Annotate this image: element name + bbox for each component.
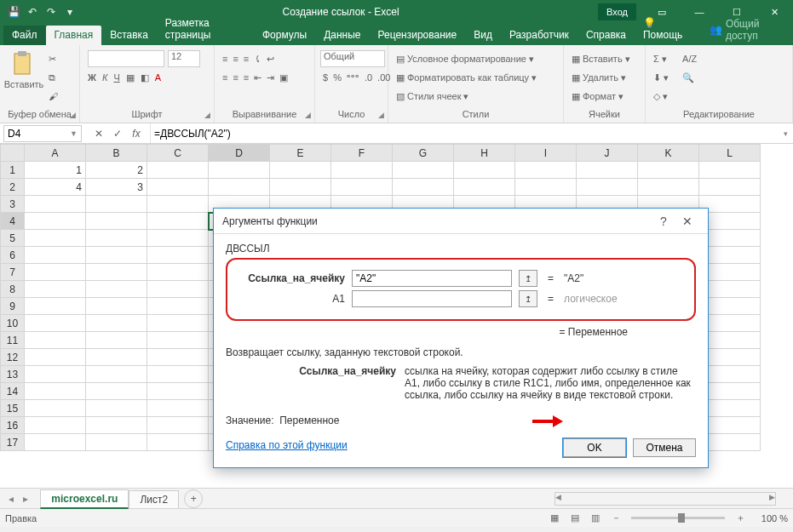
tab-layout[interactable]: Разметка страницы [157,14,254,45]
cell-C16[interactable] [147,417,209,434]
cell-C9[interactable] [147,298,209,315]
cell-A17[interactable] [25,434,86,451]
cell-A5[interactable] [25,230,86,247]
ok-button[interactable]: OK [563,438,626,457]
login-button[interactable]: Вход [598,3,636,20]
cell-D1[interactable] [209,162,270,179]
paste-button[interactable]: Вставить [5,50,43,89]
cell-B12[interactable] [86,349,147,366]
cell-B16[interactable] [86,417,147,434]
sheet-tab-active[interactable]: microexcel.ru [40,489,129,509]
tell-me[interactable]: 💡 Помощь [635,14,699,45]
cell-B1[interactable]: 2 [86,162,147,179]
undo-icon[interactable]: ↶ [26,5,39,19]
collapse-dialog-icon[interactable]: ↥ [519,270,537,287]
cut-icon[interactable]: ✂ [46,50,60,67]
cell-E1[interactable] [270,162,331,179]
underline-button[interactable]: Ч [113,72,119,83]
align-bottom-icon[interactable]: ≡ [244,54,249,64]
cell-B7[interactable] [86,264,147,281]
fill-color-button[interactable]: ◧ [141,72,149,83]
orientation-icon[interactable]: ⤹ [254,54,261,65]
format-table-button[interactable]: ▦ Форматировать как таблицу ▾ [394,69,539,86]
zoom-level[interactable]: 100 % [750,513,788,523]
cell-A6[interactable] [25,247,86,264]
name-box[interactable]: D4▼ [3,125,82,142]
cell-B17[interactable] [86,434,147,451]
cell-C7[interactable] [147,264,209,281]
cell-B15[interactable] [86,400,147,417]
percent-icon[interactable]: % [333,72,342,83]
inc-decimal-icon[interactable]: .0 [365,72,372,83]
cell-B6[interactable] [86,247,147,264]
currency-icon[interactable]: $ [323,72,328,83]
cell-C8[interactable] [147,281,209,298]
view-normal-icon[interactable]: ▦ [544,512,565,523]
expand-fbar-icon[interactable]: ▾ [779,129,793,138]
cell-B2[interactable]: 3 [86,179,147,196]
cell-A9[interactable] [25,298,86,315]
cell-B9[interactable] [86,298,147,315]
launcher-icon[interactable]: ◢ [305,109,311,121]
cell-C17[interactable] [147,434,209,451]
cancel-formula-icon[interactable]: ✕ [92,128,106,140]
cell-B13[interactable] [86,366,147,383]
cell-J1[interactable] [577,162,638,179]
cell-A2[interactable]: 4 [25,179,86,196]
view-break-icon[interactable]: ▥ [585,512,606,523]
tab-review[interactable]: Рецензирование [370,26,466,45]
copy-icon[interactable]: ⧉ [46,69,60,86]
cell-A7[interactable] [25,264,86,281]
sheet-tab[interactable]: Лист2 [129,490,179,508]
align-center-icon[interactable]: ≡ [233,72,238,83]
indent-inc-icon[interactable]: ⇥ [267,72,274,83]
cell-A16[interactable] [25,417,86,434]
cell-E2[interactable] [270,179,331,196]
cell-H2[interactable] [454,179,515,196]
fx-icon[interactable]: fx [129,128,143,140]
cell-C1[interactable] [147,162,209,179]
cell-A4[interactable] [25,213,86,230]
wrap-text-icon[interactable]: ↩ [267,54,274,65]
cell-C5[interactable] [147,230,209,247]
tab-insert[interactable]: Вставка [101,26,157,45]
sheet-nav[interactable]: ◂ ▸ [0,493,40,505]
cell-C10[interactable] [147,315,209,332]
accept-formula-icon[interactable]: ✓ [111,128,124,140]
font-name-combo[interactable] [88,50,164,67]
cell-A13[interactable] [25,366,86,383]
clear-button[interactable]: ◇ ▾ [651,88,671,105]
formula-input[interactable]: =ДВССЫЛ("A2") [150,123,779,143]
tab-formulas[interactable]: Формулы [254,26,315,45]
launcher-icon[interactable]: ◢ [204,109,210,121]
function-help-link[interactable]: Справка по этой функции [226,439,348,451]
cell-B10[interactable] [86,315,147,332]
cell-C13[interactable] [147,366,209,383]
cell-A12[interactable] [25,349,86,366]
cell-C14[interactable] [147,383,209,400]
tab-help[interactable]: Справка [578,26,635,45]
cell-C6[interactable] [147,247,209,264]
tab-view[interactable]: Вид [465,26,501,45]
view-layout-icon[interactable]: ▤ [565,512,585,523]
cell-F2[interactable] [331,179,393,196]
launcher-icon[interactable]: ◢ [70,109,76,121]
format-painter-icon[interactable]: 🖌 [46,88,60,105]
hscroll[interactable]: ◀ ▶ [555,492,776,506]
tab-data[interactable]: Данные [315,26,369,45]
align-left-icon[interactable]: ≡ [222,72,227,83]
dialog-close-icon[interactable]: ✕ [675,215,699,228]
cancel-button[interactable]: Отмена [633,438,696,457]
share-button[interactable]: 👥 Общий доступ [699,14,793,45]
cell-I2[interactable] [515,179,577,196]
dialog-help-icon[interactable]: ? [652,215,675,228]
cell-K1[interactable] [638,162,699,179]
cell-styles-button[interactable]: ▧ Стили ячеек ▾ [394,88,471,105]
cell-C12[interactable] [147,349,209,366]
redo-icon[interactable]: ↷ [44,5,58,19]
delete-cells-button[interactable]: ▦ Удалить ▾ [569,69,629,86]
tab-developer[interactable]: Разработчик [501,26,578,45]
cell-G1[interactable] [393,162,454,179]
arg1-input[interactable] [352,270,512,287]
cell-J2[interactable] [577,179,638,196]
